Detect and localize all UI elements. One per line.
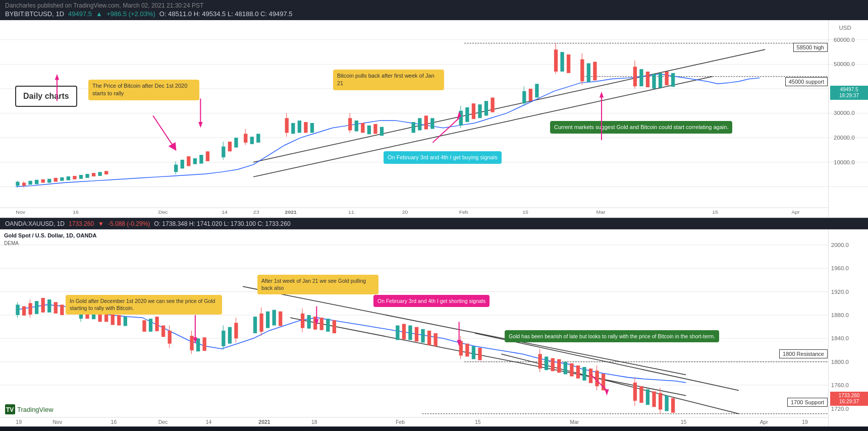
svg-text:1840.0: 1840.0 <box>831 335 849 341</box>
svg-rect-177 <box>266 311 269 328</box>
charts-container: 60000.0 50000.0 40000.0 30000.0 20000.0 … <box>0 20 868 427</box>
svg-rect-197 <box>472 346 475 359</box>
ticker-info: BYBIT:BTCUSD, 1D 49497.5 ▲ +986.5 (+2.03… <box>5 10 863 18</box>
svg-rect-190 <box>415 327 418 341</box>
svg-rect-204 <box>564 361 567 374</box>
current-price: 49497.5 <box>68 10 92 18</box>
svg-rect-38 <box>181 160 184 168</box>
gold-chart-svg: 2000.0 1960.0 1920.0 1880.0 1840.0 1800.… <box>0 229 868 427</box>
svg-rect-46 <box>234 138 238 147</box>
svg-rect-118 <box>0 229 868 427</box>
svg-rect-75 <box>522 91 526 103</box>
svg-rect-26 <box>47 179 51 183</box>
svg-rect-56 <box>310 123 314 133</box>
svg-text:1960.0: 1960.0 <box>831 265 849 271</box>
svg-rect-72 <box>478 104 481 118</box>
svg-rect-202 <box>551 358 555 371</box>
svg-rect-196 <box>465 343 469 356</box>
svg-rect-205 <box>570 363 573 376</box>
gold-chart-area: 2000.0 1960.0 1920.0 1880.0 1840.0 1800.… <box>0 229 868 427</box>
svg-text:14: 14 <box>222 209 228 215</box>
oanda-price: 1733.260 <box>69 220 94 227</box>
svg-rect-214 <box>639 386 643 403</box>
svg-rect-34 <box>98 172 101 176</box>
svg-text:2000.0: 2000.0 <box>831 242 849 248</box>
gold-annotation-3: On February 3rd and 4th I get shorting s… <box>373 295 490 307</box>
svg-rect-178 <box>273 310 276 325</box>
gold-chart-dema: DEMA <box>4 240 19 246</box>
symbol-label: BYBIT:BTCUSD, 1D <box>5 10 64 18</box>
svg-rect-61 <box>367 126 371 134</box>
svg-text:60000.0: 60000.0 <box>834 37 855 43</box>
svg-rect-167 <box>196 338 200 351</box>
svg-text:2021: 2021 <box>258 419 270 425</box>
svg-rect-25 <box>41 179 45 183</box>
btc-chart-svg: 60000.0 50000.0 40000.0 30000.0 20000.0 … <box>0 20 868 218</box>
svg-rect-35 <box>104 171 108 174</box>
svg-rect-59 <box>355 120 358 131</box>
btc-current-price-box: 49497.5 18:29:37 <box>830 86 868 100</box>
btc-chart-panel: 60000.0 50000.0 40000.0 30000.0 20000.0 … <box>0 20 868 218</box>
svg-rect-41 <box>199 155 203 163</box>
svg-rect-85 <box>587 63 590 82</box>
svg-text:Feb: Feb <box>459 209 468 215</box>
svg-rect-142 <box>22 306 26 316</box>
svg-text:1920.0: 1920.0 <box>831 288 849 294</box>
btc-annotation-3: On February 3rd and 4th I get buying sig… <box>384 151 502 164</box>
gold-annotation-4: Gold has been bearish of late but looks … <box>505 330 719 343</box>
btc-annotation-4: Current markets suggest Gold and Bitcoin… <box>550 121 732 134</box>
daily-charts-label: Daily charts <box>15 86 77 107</box>
svg-text:Dec: Dec <box>158 419 168 425</box>
svg-rect-192 <box>427 330 431 345</box>
svg-rect-203 <box>557 359 561 373</box>
svg-text:19: 19 <box>16 419 22 425</box>
published-info: Dancharles published on TradingView.com,… <box>5 2 863 9</box>
svg-rect-60 <box>361 123 364 133</box>
gold-price-1700: 1700 Support <box>787 398 828 407</box>
svg-rect-179 <box>279 311 282 326</box>
svg-rect-94 <box>671 73 675 87</box>
svg-rect-74 <box>491 97 494 112</box>
gold-chart-title: Gold Spot / U.S. Dollar, 1D, OANDA <box>4 232 96 238</box>
svg-rect-77 <box>529 89 532 101</box>
tradingview-logo: TV TradingView <box>5 404 53 414</box>
btc-annotation-2: Bitcoin pulls back after first week of J… <box>333 70 444 90</box>
svg-rect-54 <box>298 120 301 133</box>
oanda-symbol: OANDA:XAUUSD, 1D <box>5 220 65 227</box>
svg-rect-53 <box>291 123 295 134</box>
oanda-ohlc: O: 1738.348 H: 1741.020 L: 1730.100 C: 1… <box>154 220 290 227</box>
svg-rect-145 <box>35 301 38 314</box>
svg-text:19: 19 <box>802 419 808 425</box>
svg-text:20000.0: 20000.0 <box>834 135 855 141</box>
svg-rect-28 <box>60 177 64 181</box>
svg-rect-183 <box>313 317 317 330</box>
oanda-arrow: ▼ <box>98 220 104 227</box>
svg-rect-220 <box>671 398 675 412</box>
svg-rect-182 <box>307 315 311 328</box>
svg-rect-90 <box>646 72 649 87</box>
svg-rect-63 <box>380 127 384 136</box>
svg-rect-189 <box>408 325 412 340</box>
svg-rect-185 <box>326 319 330 332</box>
svg-rect-66 <box>424 115 428 129</box>
svg-rect-49 <box>250 137 254 144</box>
svg-text:Mar: Mar <box>570 419 579 425</box>
svg-rect-39 <box>187 156 190 166</box>
svg-rect-78 <box>535 84 538 97</box>
svg-rect-219 <box>665 395 668 411</box>
svg-rect-27 <box>54 178 58 182</box>
svg-text:30000.0: 30000.0 <box>834 110 855 116</box>
svg-rect-146 <box>41 297 45 312</box>
oanda-change: -5.088 (-0.29%) <box>108 220 150 227</box>
svg-text:15: 15 <box>681 419 687 425</box>
svg-rect-211 <box>602 374 605 390</box>
price-change: +986.5 (+2.03%) <box>106 10 155 18</box>
svg-rect-45 <box>228 142 232 151</box>
svg-text:1880.0: 1880.0 <box>831 312 849 318</box>
ohlc-info: O: 48511.0 H: 49534.5 L: 48188.0 C: 4949… <box>159 10 293 18</box>
svg-rect-62 <box>373 124 377 134</box>
svg-rect-171 <box>228 327 232 343</box>
svg-text:Apr: Apr <box>760 419 769 425</box>
svg-rect-207 <box>582 367 586 381</box>
svg-text:Nov: Nov <box>16 209 25 215</box>
